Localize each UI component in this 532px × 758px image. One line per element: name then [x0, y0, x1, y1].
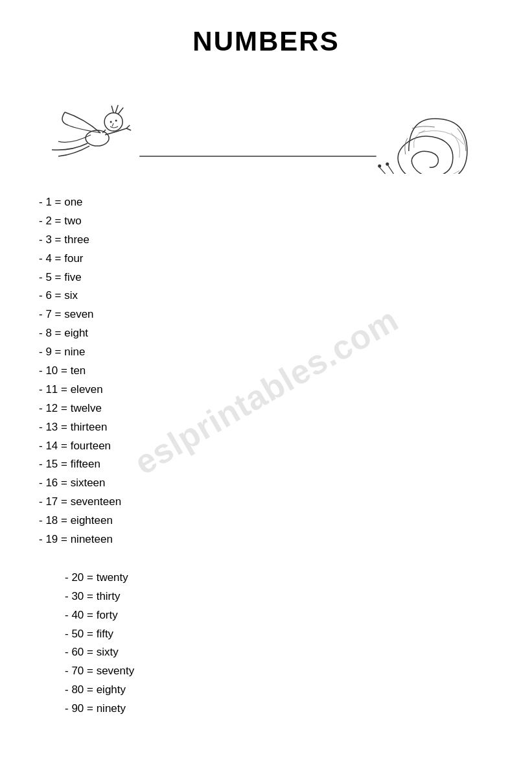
list-item: - 30 = thirty — [39, 587, 493, 606]
list-item: - 50 = fifty — [39, 625, 493, 644]
svg-point-1 — [104, 113, 122, 131]
page-title: NUMBERS — [39, 26, 493, 57]
list-item: - 4 = four — [39, 250, 493, 268]
list-item: - 7 = seven — [39, 305, 493, 324]
list-item: - 70 = seventy — [39, 662, 493, 681]
list-item: - 12 = twelve — [39, 399, 493, 418]
svg-point-12 — [386, 163, 389, 166]
list-item: - 40 = forty — [39, 606, 493, 625]
page: NUMBERS — [0, 0, 532, 758]
list-item: - 14 = fourteen — [39, 437, 493, 456]
list-item: - 13 = thirteen — [39, 418, 493, 437]
list-item: - 20 = twenty — [39, 569, 493, 587]
illustration-svg — [39, 70, 493, 174]
list-item: - 17 = seventeen — [39, 493, 493, 512]
svg-point-5 — [110, 121, 112, 123]
list-item: - 2 = two — [39, 212, 493, 231]
svg-line-2 — [111, 106, 113, 113]
svg-line-10 — [388, 165, 396, 174]
svg-point-6 — [115, 119, 117, 121]
list-item: - 19 = nineteen — [39, 530, 493, 549]
illustration — [39, 70, 493, 174]
list-item: - 18 = eighteen — [39, 512, 493, 530]
tens-list: - 20 = twenty- 30 = thirty- 40 = forty- … — [39, 569, 493, 718]
list-item: - 6 = six — [39, 287, 493, 305]
list-item: - 1 = one — [39, 193, 493, 212]
list-item: - 80 = eighty — [39, 681, 493, 700]
svg-line-3 — [115, 105, 118, 113]
numbers-list: - 1 = one- 2 = two- 3 = three- 4 = four-… — [39, 193, 493, 549]
svg-line-9 — [380, 167, 389, 174]
list-item: - 9 = nine — [39, 343, 493, 362]
list-item: - 3 = three — [39, 231, 493, 250]
list-item: - 16 = sixteen — [39, 474, 493, 493]
list-item: - 15 = fifteen — [39, 455, 493, 474]
list-item: - 60 = sixty — [39, 643, 493, 662]
list-item: - 10 = ten — [39, 362, 493, 381]
svg-line-4 — [118, 108, 123, 114]
list-item: - 90 = ninety — [39, 700, 493, 718]
list-item: - 11 = eleven — [39, 381, 493, 399]
svg-point-11 — [378, 165, 381, 168]
list-item: - 5 = five — [39, 268, 493, 287]
list-item: - 8 = eight — [39, 324, 493, 343]
